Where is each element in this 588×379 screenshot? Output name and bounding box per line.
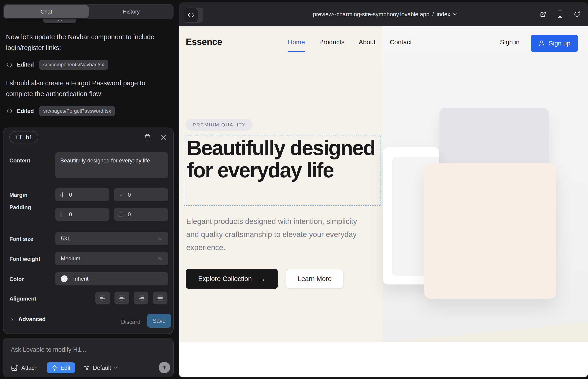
site-viewport: Essence Home Products About Contact Sign…: [179, 26, 588, 377]
chevron-down-icon: [157, 257, 163, 260]
prompt-input[interactable]: Ask Lovable to modify H1...: [11, 346, 86, 353]
advanced-toggle[interactable]: › Advanced: [11, 316, 46, 323]
edited-file-chip[interactable]: src/components/Navbar.tsx: [39, 60, 108, 70]
app-window: Chat History Now let's update the Navbar…: [0, 0, 588, 379]
edited-file-row: Edited src/pages/ForgotPassword.tsx: [6, 106, 115, 116]
code-icon: [6, 62, 13, 68]
align-right-icon: [138, 295, 144, 301]
font-weight-label: Font weight: [9, 256, 40, 262]
align-justify-button[interactable]: [153, 292, 167, 304]
nav-links: Home Products About Contact: [288, 39, 412, 46]
nav-link-products[interactable]: Products: [319, 39, 345, 46]
chevron-down-icon: [114, 366, 118, 369]
code-view-toggle[interactable]: [184, 8, 203, 23]
element-editor-panel: T T h1 Content Beautifully designed for …: [3, 127, 174, 334]
send-button[interactable]: [159, 362, 170, 373]
typography-icon: T: [19, 134, 23, 141]
padding-y-input[interactable]: 0: [114, 208, 168, 221]
prompt-composer: Ask Lovable to modify H1... Attach Edit …: [3, 338, 174, 377]
preview-domain: preview--charming-site-symphony.lovable.…: [313, 11, 430, 18]
chat-message: Now let's update the Navbar component to…: [6, 32, 168, 53]
color-select[interactable]: Inherit: [55, 272, 168, 285]
delete-element-button[interactable]: [143, 133, 152, 142]
attach-button[interactable]: Attach: [11, 364, 38, 371]
chevron-right-icon: ›: [11, 316, 13, 323]
chrome-actions: [539, 2, 581, 26]
external-link-icon: [540, 11, 546, 18]
margin-horizontal-icon: [59, 192, 65, 198]
tab-chat[interactable]: Chat: [4, 5, 89, 18]
trash-icon: [144, 134, 151, 141]
save-button[interactable]: Save: [147, 314, 171, 328]
content-input[interactable]: Beautifully designed for everyday life: [55, 152, 168, 178]
padding-label: Padding: [9, 204, 31, 211]
sign-in-link[interactable]: Sign in: [500, 39, 520, 46]
browser-chrome: preview--charming-site-symphony.lovable.…: [179, 2, 588, 26]
edited-file-row: Edited src/components/Navbar.tsx: [6, 60, 108, 70]
chat-history-tabbar: Chat History: [3, 4, 174, 19]
model-mode-button[interactable]: Default: [83, 364, 118, 371]
discard-button[interactable]: Discard: [118, 316, 143, 328]
padding-vertical-icon: [118, 211, 124, 218]
user-icon: [538, 40, 545, 47]
selected-element-chip: T T h1: [9, 131, 38, 143]
align-right-button[interactable]: [134, 292, 148, 304]
align-center-button[interactable]: [114, 292, 129, 304]
arrow-right-icon: →: [258, 275, 265, 283]
close-icon: [160, 134, 167, 141]
edited-file-chip[interactable]: src/pages/ForgotPassword.tsx: [39, 106, 115, 116]
premium-quality-badge: PREMIUM QUALITY: [186, 119, 253, 130]
margin-label: Margin: [9, 192, 28, 198]
crosshair-icon: [51, 364, 58, 371]
color-label: Color: [9, 276, 24, 283]
edit-mode-button[interactable]: Edit: [47, 362, 75, 373]
mobile-preview-button[interactable]: [556, 10, 564, 18]
pill-dots-icon: [58, 20, 59, 21]
site-logo[interactable]: Essence: [186, 37, 222, 47]
align-center-icon: [118, 295, 125, 301]
margin-x-input[interactable]: 0: [55, 188, 109, 201]
color-swatch: [61, 275, 68, 282]
preview-browser-frame: preview--charming-site-symphony.lovable.…: [179, 2, 588, 377]
tab-history[interactable]: History: [89, 4, 174, 19]
sign-up-button[interactable]: Sign up: [531, 35, 578, 52]
hero-description: Elegant products designed with intention…: [186, 215, 367, 254]
preview-page: index: [437, 11, 450, 18]
chat-message: I should also create a Forgot Password p…: [6, 78, 168, 99]
hero-image-card-beige: [424, 163, 556, 299]
edited-label: Edited: [17, 62, 34, 68]
font-size-label: Font size: [9, 236, 33, 242]
typography-icon: T: [15, 135, 18, 140]
learn-more-button[interactable]: Learn More: [286, 269, 343, 289]
composer-actions: Attach Edit Default: [11, 362, 118, 373]
open-external-button[interactable]: [539, 10, 547, 18]
chevron-down-icon: [157, 237, 163, 240]
nav-link-about[interactable]: About: [359, 39, 375, 46]
align-left-button[interactable]: [95, 292, 110, 304]
sliders-icon: [83, 364, 90, 371]
padding-x-input[interactable]: 0: [55, 208, 109, 221]
nav-link-contact[interactable]: Contact: [390, 39, 412, 46]
arrow-up-icon: [162, 365, 167, 370]
explore-collection-button[interactable]: Explore Collection →: [186, 269, 278, 289]
hero-heading[interactable]: Beautifully designed for everyday life: [187, 137, 377, 181]
nav-link-home[interactable]: Home: [288, 39, 305, 46]
edited-label: Edited: [17, 108, 34, 114]
element-tag-label: h1: [26, 134, 32, 141]
url-bar[interactable]: preview--charming-site-symphony.lovable.…: [271, 2, 500, 26]
padding-horizontal-icon: [59, 211, 65, 218]
font-weight-select[interactable]: Medium: [55, 252, 168, 265]
align-justify-icon: [157, 295, 164, 301]
url-separator: /: [432, 11, 434, 18]
alignment-label: Alignment: [9, 296, 36, 302]
mobile-device-icon: [557, 10, 563, 18]
font-size-select[interactable]: 5XL: [55, 232, 168, 245]
content-label: Content: [9, 157, 30, 164]
close-editor-button[interactable]: [159, 133, 168, 142]
chevron-down-icon: [453, 13, 458, 16]
margin-vertical-icon: [118, 192, 124, 198]
attach-image-icon: [11, 364, 18, 371]
refresh-icon: [573, 11, 580, 18]
refresh-button[interactable]: [573, 10, 581, 18]
margin-y-input[interactable]: 0: [114, 188, 168, 201]
